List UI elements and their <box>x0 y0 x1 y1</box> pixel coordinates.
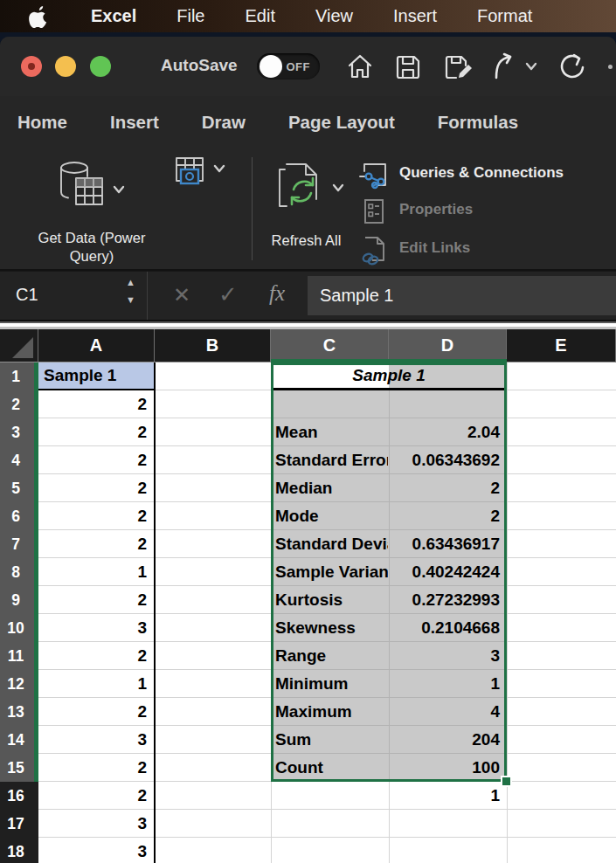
cell-a3[interactable]: 2 <box>38 418 153 446</box>
properties-button[interactable]: Properties <box>354 196 616 227</box>
column-header-d[interactable]: D <box>389 329 507 362</box>
row-header-11[interactable]: 11 <box>0 642 38 670</box>
name-box[interactable]: C1 <box>16 285 38 305</box>
cell-a17[interactable]: 3 <box>38 810 153 838</box>
redo-icon[interactable] <box>557 52 585 82</box>
undo-icon[interactable] <box>489 52 517 82</box>
stats-value-skewness[interactable]: 0.2104668 <box>389 614 506 642</box>
cell-a11[interactable]: 2 <box>38 642 153 670</box>
ribbon-tab-insert[interactable]: Insert <box>110 112 159 133</box>
row-header-10[interactable]: 10 <box>0 614 38 642</box>
refresh-all-button[interactable]: Refresh All <box>265 157 348 262</box>
stats-label-kurtosis[interactable]: Kurtosis <box>271 586 388 614</box>
row-header-12[interactable]: 12 <box>0 670 38 698</box>
row-header-15[interactable]: 15 <box>0 754 38 782</box>
stats-value-count[interactable]: 100 <box>389 754 506 782</box>
row-header-3[interactable]: 3 <box>0 418 38 446</box>
table-camera-button[interactable] <box>173 155 229 190</box>
cell-a8[interactable]: 1 <box>38 558 153 586</box>
stats-value-maximum[interactable]: 4 <box>389 698 506 726</box>
close-window-button[interactable] <box>21 56 42 77</box>
ribbon-tab-page-layout[interactable]: Page Layout <box>288 112 395 133</box>
home-icon[interactable] <box>346 52 374 80</box>
cell-a12[interactable]: 1 <box>38 670 153 698</box>
menu-item-excel[interactable]: Excel <box>71 6 156 26</box>
cell-a16[interactable]: 2 <box>38 782 153 810</box>
stats-value-standard-deviation[interactable]: 0.63436917 <box>389 530 506 558</box>
row-header-13[interactable]: 13 <box>0 698 38 726</box>
save-icon[interactable] <box>395 54 421 80</box>
menu-item-view[interactable]: View <box>295 6 373 26</box>
confirm-entry-icon[interactable]: ✓ <box>218 281 238 308</box>
get-data-button[interactable]: Get Data (Power Query) <box>22 157 162 262</box>
row-header-9[interactable]: 9 <box>0 586 38 614</box>
stats-label-standard-deviation[interactable]: Standard Deviation <box>271 530 388 558</box>
cell-a18[interactable]: 3 <box>38 838 153 863</box>
stats-value-sample-variance[interactable]: 0.40242424 <box>389 558 506 586</box>
stats-label-minimum[interactable]: Minimum <box>271 670 388 698</box>
name-box-spinner[interactable]: ▲▼ <box>126 277 135 305</box>
menu-item-edit[interactable]: Edit <box>225 6 295 26</box>
row-header-16[interactable]: 16 <box>0 782 38 810</box>
stats-value-sum[interactable]: 204 <box>389 726 506 754</box>
column-header-b[interactable]: B <box>155 329 271 362</box>
menu-item-insert[interactable]: Insert <box>373 6 457 26</box>
cell-a4[interactable]: 2 <box>38 446 153 474</box>
stats-label-skewness[interactable]: Skewness <box>271 614 388 642</box>
cell-a7[interactable]: 2 <box>38 530 153 558</box>
stats-label-median[interactable]: Median <box>271 474 388 502</box>
row-header-5[interactable]: 5 <box>0 474 38 502</box>
cell-a2[interactable]: 2 <box>38 390 153 418</box>
stats-value-kurtosis[interactable]: 0.27232993 <box>389 586 506 614</box>
minimize-window-button[interactable] <box>55 56 76 77</box>
stats-value-minimum[interactable]: 1 <box>389 670 506 698</box>
column-header-e[interactable]: E <box>507 329 616 362</box>
stats-value-mode[interactable]: 2 <box>389 502 506 530</box>
cell-a10[interactable]: 3 <box>38 614 153 642</box>
edit-links-button[interactable]: Edit Links <box>354 234 616 266</box>
stats-label-sample-variance[interactable]: Sample Variance <box>271 558 388 586</box>
zoom-window-button[interactable] <box>90 56 111 77</box>
row-header-8[interactable]: 8 <box>0 558 38 586</box>
cancel-entry-icon[interactable]: ✕ <box>173 283 190 307</box>
cell-d16[interactable]: 1 <box>389 782 506 810</box>
ribbon-tab-draw[interactable]: Draw <box>202 112 246 133</box>
menu-item-file[interactable]: File <box>156 6 225 26</box>
row-header-17[interactable]: 17 <box>0 810 38 838</box>
ribbon-tab-home[interactable]: Home <box>17 112 67 133</box>
stats-label-maximum[interactable]: Maximum <box>271 698 388 726</box>
stats-value-mean[interactable]: 2.04 <box>389 418 506 446</box>
cell-a5[interactable]: 2 <box>38 474 153 502</box>
row-header-7[interactable]: 7 <box>0 530 38 558</box>
ribbon-tab-formulas[interactable]: Formulas <box>438 112 518 133</box>
stats-value-standard-error[interactable]: 0.06343692 <box>389 446 506 474</box>
insert-function-icon[interactable]: fx <box>269 281 285 306</box>
select-all-corner[interactable] <box>0 329 38 362</box>
cell-a13[interactable]: 2 <box>38 698 153 726</box>
stats-label-standard-error[interactable]: Standard Error <box>271 446 388 474</box>
column-header-c[interactable]: C <box>271 329 389 362</box>
stats-value-median[interactable]: 2 <box>389 474 506 502</box>
stats-label-sum[interactable]: Sum <box>271 726 388 754</box>
menu-item-format[interactable]: Format <box>457 6 552 26</box>
stats-title-cell[interactable]: Sample 1 <box>271 362 507 390</box>
apple-logo-icon[interactable] <box>29 5 50 28</box>
cell-a14[interactable]: 3 <box>38 726 153 754</box>
row-header-4[interactable]: 4 <box>0 446 38 474</box>
stats-label-mode[interactable]: Mode <box>271 502 388 530</box>
row-header-1[interactable]: 1 <box>0 362 38 390</box>
stats-value-range[interactable]: 3 <box>389 642 506 670</box>
row-header-6[interactable]: 6 <box>0 502 38 530</box>
queries-connections-button[interactable]: Queries & Connections <box>354 159 616 190</box>
stats-label-count[interactable]: Count <box>271 754 388 782</box>
stats-label-mean[interactable]: Mean <box>271 418 388 446</box>
row-header-18[interactable]: 18 <box>0 838 38 863</box>
save-as-icon[interactable] <box>444 54 474 82</box>
cell-a1[interactable]: Sample 1 <box>38 362 154 390</box>
cell-a9[interactable]: 2 <box>38 586 153 614</box>
cell-a6[interactable]: 2 <box>38 502 153 530</box>
undo-chevron-down-icon[interactable] <box>525 62 537 71</box>
autosave-toggle[interactable]: OFF <box>257 53 320 79</box>
stats-label-range[interactable]: Range <box>271 642 388 670</box>
formula-input[interactable]: Sample 1 <box>308 276 616 315</box>
